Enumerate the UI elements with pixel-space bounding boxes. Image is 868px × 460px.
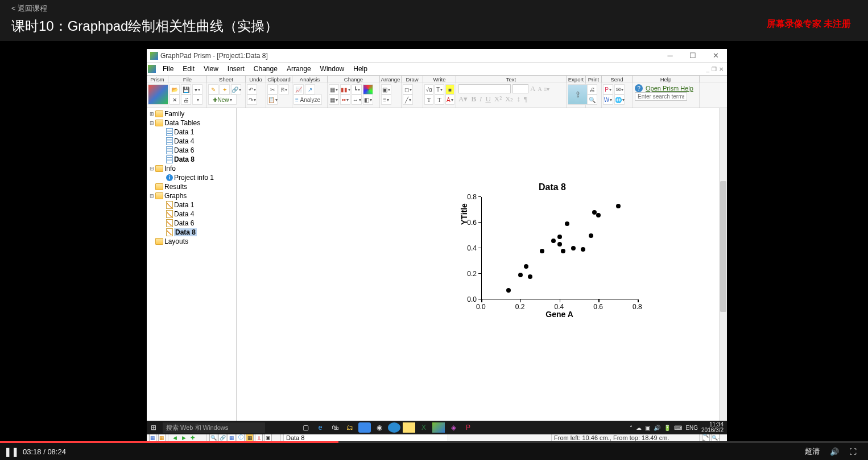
send-mail-button[interactable]: ✉ <box>614 84 625 95</box>
mdi-restore-button[interactable]: ❐ <box>712 66 717 72</box>
change-table-button[interactable]: ▦ <box>329 84 339 95</box>
zoom-in-icon[interactable]: 🔍+ <box>702 434 710 442</box>
menu-edit[interactable]: Edit <box>178 64 199 74</box>
play-pause-button[interactable]: ❚❚ <box>0 446 23 457</box>
tray-volume-icon[interactable]: 🔊 <box>654 425 660 431</box>
status-link-icon[interactable]: 🔗 <box>218 434 226 442</box>
tray-cloud-icon[interactable]: ☁ <box>636 425 642 431</box>
data-point[interactable] <box>551 239 556 243</box>
data-point[interactable] <box>524 264 528 269</box>
write-text-button[interactable]: T <box>435 84 444 95</box>
app1-icon[interactable] <box>358 422 371 433</box>
arrange-align-button[interactable]: ≡ <box>381 95 391 105</box>
superscript-button[interactable]: X² <box>494 95 502 104</box>
canvas-vertical-scrollbar[interactable] <box>719 108 727 432</box>
bold-button[interactable]: B <box>471 95 476 104</box>
mdi-minimize-button[interactable]: _ <box>706 66 709 72</box>
new-sheet-button[interactable]: ✚New <box>208 95 237 105</box>
video-progress-bar[interactable] <box>0 441 868 443</box>
fit-icon[interactable]: ↗ <box>305 84 315 95</box>
status-view-table-icon[interactable]: ▦ <box>149 434 156 442</box>
x-axis-label[interactable]: Gene A <box>481 310 638 319</box>
save-button[interactable]: 💾 <box>181 84 191 95</box>
nav-data-tables[interactable]: ⊟Data Tables <box>148 118 235 128</box>
menu-change[interactable]: Change <box>249 64 282 74</box>
graph-canvas[interactable]: Data 8 0.00.20.40.60.80.00.20.40.60.8 Ge… <box>237 108 727 432</box>
nav-layouts[interactable]: Layouts <box>148 237 235 246</box>
status-find-icon[interactable]: 🔍 <box>209 434 217 442</box>
draw-shape-button[interactable]: ◻ <box>403 84 413 95</box>
font-size-input[interactable] <box>512 84 528 93</box>
export-button[interactable]: ⇪ <box>568 84 588 105</box>
data-point[interactable] <box>506 288 511 293</box>
print-button[interactable]: 🖨 <box>587 84 597 95</box>
menu-insert[interactable]: Insert <box>223 64 249 74</box>
change-axes-button[interactable]: ┗ <box>352 84 362 95</box>
chart-title[interactable]: Data 8 <box>464 182 640 192</box>
data-point[interactable] <box>616 204 621 208</box>
menu-window[interactable]: Window <box>316 64 349 74</box>
quality-button[interactable]: 超清 <box>805 446 820 457</box>
powerpoint-icon[interactable]: P <box>462 422 474 433</box>
data-point[interactable] <box>557 235 562 239</box>
nav-graph-data4[interactable]: Data 4 <box>148 210 235 219</box>
menu-help[interactable]: Help <box>349 64 372 74</box>
analyze-button[interactable]: ≡ Analyze <box>294 95 322 105</box>
send-web-button[interactable]: 🌐 <box>614 95 625 105</box>
windows-search-input[interactable]: 搜索 Web 和 Windows <box>163 422 265 433</box>
nav-table-data4[interactable]: Data 4 <box>148 137 235 146</box>
status-nav-next-icon[interactable]: ▶ <box>180 434 188 442</box>
copy-button[interactable]: ⎘ <box>279 84 289 95</box>
back-to-course-link[interactable]: < 返回课程 <box>11 3 857 14</box>
paragraph-icon[interactable]: ¶ <box>524 95 527 104</box>
tray-battery-icon[interactable]: 🔋 <box>664 425 671 431</box>
nav-family[interactable]: ⊞Family <box>148 109 235 118</box>
nav-info[interactable]: ⊟Info <box>148 164 235 173</box>
write-highlight-button[interactable]: ■ <box>445 84 454 95</box>
y-axis-label[interactable]: YTitle <box>460 203 469 225</box>
font-color-icon[interactable]: A▾ <box>458 95 468 104</box>
highlight-sheet-button[interactable]: ✎ <box>208 84 218 95</box>
help-icon[interactable]: ? <box>635 84 643 92</box>
taskview-icon[interactable]: ▢ <box>299 422 312 433</box>
save-as-button[interactable]: ▾ <box>192 84 202 95</box>
minimize-button[interactable]: ─ <box>659 51 681 60</box>
font-family-input[interactable] <box>458 84 511 93</box>
tray-keyboard-icon[interactable]: ⌨ <box>674 425 682 431</box>
app3-icon[interactable]: ◈ <box>447 422 460 433</box>
write-alpha-button[interactable]: √α <box>424 84 433 95</box>
start-button[interactable]: ⊞ <box>147 424 160 432</box>
nav-graph-data8[interactable]: Data 8 <box>148 228 235 237</box>
status-layout-icon[interactable]: ▣ <box>264 434 272 442</box>
status-nav-prev-icon[interactable]: ◀ <box>171 434 179 442</box>
status-results-icon[interactable]: ▦ <box>246 434 254 442</box>
nav-graph-data1[interactable]: Data 1 <box>148 200 235 210</box>
project-navigator[interactable]: ⊞Family ⊟Data Tables Data 1 Data 4 Data … <box>147 108 237 432</box>
status-table-icon[interactable]: ▦ <box>228 434 235 442</box>
menu-arrange[interactable]: Arrange <box>282 64 316 74</box>
status-nav-add-icon[interactable]: ✚ <box>189 434 197 442</box>
arrange-front-button[interactable]: ▣ <box>381 84 391 95</box>
paste-button[interactable]: 📋 <box>267 95 278 105</box>
explorer-icon[interactable]: 🗂 <box>344 422 356 433</box>
nav-project-info[interactable]: iProject info 1 <box>148 173 235 182</box>
font-grow-icon[interactable]: A <box>530 84 535 93</box>
change-colors-button[interactable] <box>363 84 373 95</box>
data-point[interactable] <box>565 221 569 226</box>
edge-icon[interactable]: e <box>314 422 326 433</box>
nav-graphs[interactable]: ⊟Graphs <box>148 191 235 200</box>
help-search-input[interactable] <box>635 92 687 101</box>
print-file-button[interactable]: 🖨 <box>181 95 191 105</box>
align-dropdown-icon[interactable]: ≡▾ <box>544 86 550 92</box>
prism-icon[interactable] <box>148 84 168 105</box>
data-point[interactable] <box>518 273 523 277</box>
zoom-out-icon[interactable]: 🔍- <box>712 434 720 442</box>
maximize-button[interactable]: ☐ <box>681 51 704 60</box>
nav-graph-data6[interactable]: Data 6 <box>148 219 235 228</box>
sheet-link-button[interactable]: 🔗 <box>231 84 241 95</box>
nav-table-data1[interactable]: Data 1 <box>148 128 235 137</box>
data-point[interactable] <box>561 249 565 253</box>
data-point[interactable] <box>571 246 576 250</box>
change-points-button[interactable]: •• <box>340 95 350 105</box>
data-point[interactable] <box>589 233 593 238</box>
